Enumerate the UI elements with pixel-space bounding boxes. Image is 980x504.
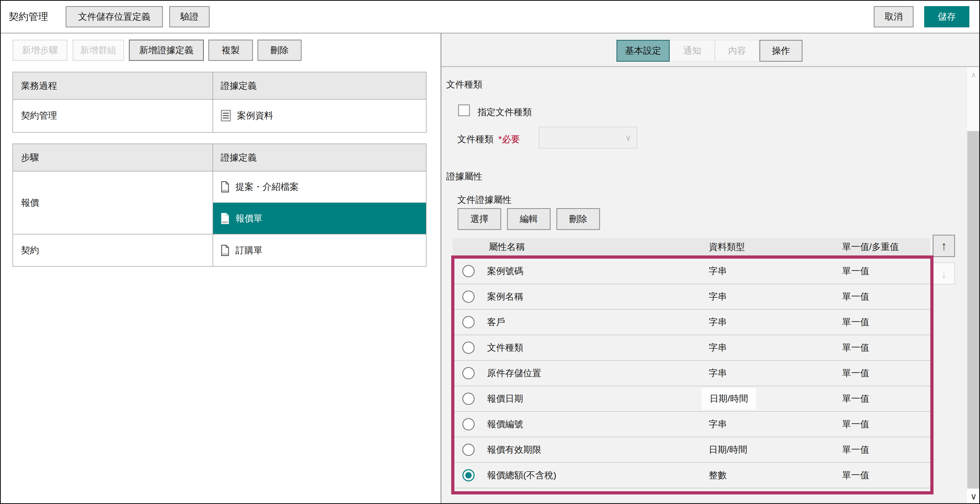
select-attribute-button[interactable]: 選擇 [458,208,501,230]
attribute-row[interactable]: 案例名稱 字串 單一值 [454,284,930,310]
add-step-button: 新增步驟 [13,40,67,61]
chevron-down-icon: ∨ [625,132,632,143]
radio-button[interactable] [462,341,474,354]
radio-button[interactable] [462,265,474,277]
attr-type: 字串 [709,418,727,431]
copy-button[interactable]: 複製 [208,40,253,61]
evidence-cell[interactable]: 案例資料 [221,100,273,132]
table-header: 業務過程 證據定義 [13,72,426,100]
column-header: 證據定義 [221,144,257,171]
attr-multiplicity: 單一值 [842,418,869,431]
business-process-table: 業務過程 證據定義 契約管理 案例資料 [13,72,426,132]
document-icon [221,213,229,224]
column-header: 業務過程 [21,72,57,99]
attr-name: 客戶 [487,316,505,328]
attribute-row[interactable]: 文件種類 字串 單一值 [454,335,930,361]
attr-name: 案例號碼 [487,265,523,277]
column-header: 步驟 [21,144,39,171]
attr-name: 報價總額(不含稅) [487,469,557,482]
attr-type: 字串 [709,367,727,379]
delete-button[interactable]: 刪除 [258,40,302,61]
attr-multiplicity: 單一值 [842,290,869,303]
validate-button[interactable]: 驗證 [169,6,210,27]
attribute-row[interactable]: 報價日期 日期/時間 單一值 [454,386,930,412]
scroll-up-icon[interactable]: ∧ [967,67,980,82]
attribute-row[interactable]: 案例號碼 字串 單一值 [454,258,930,284]
column-header-multiplicity: 單一值/多重值 [842,241,899,253]
tabstrip-divider [441,66,980,67]
document-icon [221,181,229,193]
attr-multiplicity: 單一值 [842,316,869,328]
column-header: 證據定義 [221,72,257,99]
add-evidence-definition-button[interactable]: 新增證據定義 [129,40,204,61]
step-cell[interactable]: 契約 [21,234,39,266]
attribute-row[interactable]: 原件存儲位置 字串 單一值 [454,361,930,386]
evidence-item[interactable]: 訂購單 [221,234,262,266]
tab-operation[interactable]: 操作 [759,40,802,62]
attr-type: 字串 [709,341,727,354]
radio-button-selected[interactable] [462,469,474,482]
form-icon [221,110,231,122]
cancel-button[interactable]: 取消 [874,6,913,27]
radio-button[interactable] [462,316,474,328]
attr-type: 日期/時間 [709,443,747,456]
evidence-label: 案例資料 [237,110,273,122]
attr-name: 文件種類 [487,341,523,354]
attr-multiplicity: 單一值 [842,469,869,482]
attribute-row-selected[interactable]: 報價總額(不含稅) 整數 單一值 [454,463,930,488]
evidence-item[interactable]: 提案・介紹檔案 [221,171,299,202]
attribute-row[interactable]: 報價編號 字串 單一值 [454,412,930,437]
attribute-table-header: 屬性名稱 資料類型 單一值/多重值 [453,238,930,255]
attr-name: 報價日期 [487,392,523,405]
attr-type: 字串 [709,290,727,303]
attr-multiplicity: 單一值 [842,367,869,379]
radio-button[interactable] [462,392,474,405]
document-type-dropdown: ∨ [539,127,637,148]
attr-multiplicity: 單一值 [842,443,869,456]
scrollbar-thumb[interactable] [967,131,980,488]
step-table: 步驟 證據定義 報價 契約 提案・介紹檔案 報價單 訂購單 [13,144,426,266]
step-cell[interactable]: 報價 [21,171,39,234]
column-header-type: 資料類型 [709,241,745,253]
tab-notification: 通知 [670,40,715,62]
radio-button[interactable] [462,418,474,431]
attr-multiplicity: 單一值 [842,265,869,277]
checkbox-label[interactable]: 指定文件種類 [477,106,532,118]
radio-button[interactable] [462,367,474,379]
attr-name: 報價有效期限 [487,443,541,456]
row-divider [13,234,426,234]
radio-button[interactable] [462,290,474,303]
specify-document-type-checkbox[interactable] [458,104,470,116]
subheading-document-evidence-attributes: 文件證據屬性 [457,194,512,206]
attribute-row[interactable]: 報價有效期限 日期/時間 單一值 [454,437,930,463]
column-divider [213,72,213,132]
section-heading-document-type: 文件種類 [446,78,482,91]
attr-name: 報價編號 [487,418,523,431]
table-header: 步驟 證據定義 [13,144,426,171]
attr-type: 字串 [709,265,727,277]
process-cell[interactable]: 契約管理 [21,100,57,132]
save-button[interactable]: 儲存 [924,6,969,27]
vertical-scrollbar[interactable]: ∧ ∨ [966,67,980,504]
attribute-row[interactable]: 客戶 字串 單一值 [454,310,930,335]
attr-multiplicity: 單一值 [842,341,869,354]
tab-content: 內容 [715,40,759,62]
add-group-button: 新增群組 [73,40,124,61]
radio-button[interactable] [462,443,474,456]
edit-attribute-button[interactable]: 編輯 [507,208,550,230]
down-arrow-icon: ↓ [941,266,947,281]
evidence-item-selected[interactable]: 報價單 [213,203,426,234]
field-label: 文件種類 [457,134,493,144]
doc-storage-location-button[interactable]: 文件儲存位置定義 [66,6,163,27]
delete-attribute-button[interactable]: 刪除 [557,208,600,230]
move-up-button[interactable]: ↑ [933,235,955,257]
up-arrow-icon: ↑ [941,239,947,253]
column-header-name: 屬性名稱 [489,241,525,253]
attr-multiplicity: 單一值 [842,392,869,405]
scroll-down-icon[interactable]: ∨ [967,488,980,504]
section-heading-evidence-attributes: 證據屬性 [446,171,482,183]
tab-basic-settings[interactable]: 基本設定 [616,40,670,62]
attr-type: 日期/時間 [702,388,756,410]
app-window: 契約管理 文件儲存位置定義 驗證 取消 儲存 新增步驟 新增群組 新增證據定義 … [0,0,980,504]
evidence-label: 提案・介紹檔案 [235,181,299,193]
